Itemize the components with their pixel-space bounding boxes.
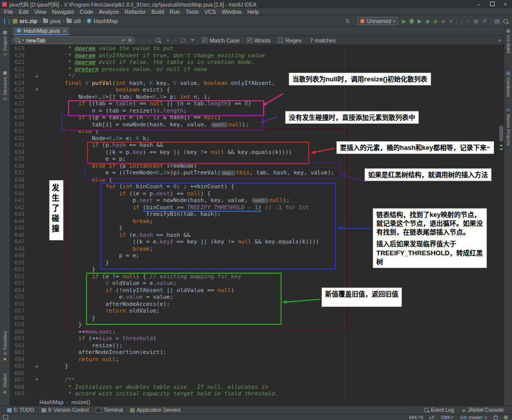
scrollbar-thumb[interactable] xyxy=(499,125,503,142)
menu-view[interactable]: View xyxy=(34,9,47,15)
checkbox-icon xyxy=(278,37,283,43)
toolwindow-button-9-version-control[interactable]: 9: Version Control xyxy=(41,407,89,413)
highlighting-level-icon[interactable] xyxy=(504,415,508,419)
add-selection-icon[interactable]: + xyxy=(166,37,169,43)
stripe-jrebel[interactable]: JRebel◈ xyxy=(0,373,10,394)
run-configuration-select[interactable]: Unnamed ▾ xyxy=(357,17,398,25)
toolwindow-button-event-log[interactable]: Event Log xyxy=(424,407,454,413)
menu-file[interactable]: File xyxy=(4,9,13,15)
breadcrumb-method[interactable]: resize() xyxy=(71,399,90,405)
menu-code[interactable]: Code xyxy=(80,9,93,15)
search-history-caret-icon[interactable]: ▾ xyxy=(22,38,24,42)
vcs-update-button[interactable]: ↓ xyxy=(460,18,463,24)
coverage-button[interactable]: ▶ xyxy=(417,18,421,24)
menu-analyze[interactable]: Analyze xyxy=(99,9,119,15)
menu-vcs[interactable]: VCS xyxy=(204,9,216,15)
stripe-structure[interactable]: ▣2: Structure xyxy=(0,70,10,101)
toolwindow-button-jrebel-console[interactable]: ◈JRebel Console xyxy=(462,407,504,413)
breadcrumb-item-java[interactable]: java xyxy=(43,18,60,24)
clear-search-icon[interactable]: ⊗ xyxy=(128,37,132,43)
line-number: 662 xyxy=(11,342,25,349)
code-line: 656 afterNodeAccess(e); xyxy=(10,301,504,308)
next-occurrence-button[interactable]: ↓ xyxy=(148,37,151,43)
rollback-button[interactable]: ↺ xyxy=(482,18,486,24)
toolwindow-button-6-todo[interactable]: 6: TODO xyxy=(7,407,34,413)
tab-hashmap-java[interactable]: C HashMap.java × xyxy=(13,27,69,35)
tool-icon xyxy=(7,408,12,412)
code-text: * accord with initial capacity target he… xyxy=(51,390,279,397)
jrebel-run-icon[interactable]: ◈ xyxy=(425,18,430,24)
jrebel-debug-icon[interactable]: ◈ xyxy=(433,18,437,24)
readonly-lock-icon[interactable] xyxy=(494,416,498,420)
option-match-case[interactable]: ✓Match Case xyxy=(202,37,240,43)
file-encoding[interactable]: GBK⇕ xyxy=(441,415,454,420)
code-text: * @param evict if false, the table is in… xyxy=(51,59,254,66)
vcs-commit-button[interactable]: ↑ xyxy=(466,18,470,24)
run-button[interactable]: ▶ xyxy=(402,18,406,24)
breadcrumb-class[interactable]: HashMap xyxy=(39,399,63,405)
note-no-collision: 没有发生碰撞时，直接添加元素到散列表中 xyxy=(285,111,419,124)
navigation-bar: src.zip›java›util›CHashMap ⇅ Unnamed ▾ ▶… xyxy=(0,16,512,27)
tool-icon: ◈ xyxy=(3,389,7,394)
tool-icon: ▤ xyxy=(506,71,510,76)
search-everywhere-icon[interactable] xyxy=(503,19,508,24)
tab-close-icon[interactable]: × xyxy=(63,28,66,34)
menu-refactor[interactable]: Refactor xyxy=(124,9,146,15)
toolwindow-button-application-servers[interactable]: Application Servers xyxy=(130,407,181,413)
find-all-icon[interactable] xyxy=(156,38,160,42)
error-stripe-mark xyxy=(500,145,503,146)
minimize-button[interactable]: – xyxy=(472,2,485,7)
structure-view-icon[interactable]: ▤ xyxy=(495,18,500,24)
stripe-label: Maven Projects xyxy=(506,114,511,146)
stop-button[interactable]: ■ xyxy=(449,18,453,24)
fold-marker-icon[interactable] xyxy=(35,365,38,367)
line-number: 660 xyxy=(11,328,25,336)
code-line: 663 afterNodeInsertion(evict); xyxy=(10,349,504,356)
breadcrumb-item-hashmap[interactable]: CHashMap xyxy=(87,18,118,24)
previous-occurrence-button[interactable]: ↑ xyxy=(141,37,144,43)
breadcrumb-item-src.zip[interactable]: src.zip xyxy=(13,18,37,24)
menu-run[interactable]: Run xyxy=(169,9,180,15)
fold-marker-icon[interactable] xyxy=(35,379,38,381)
line-separator[interactable]: LF xyxy=(430,415,435,420)
stripe-project[interactable]: ▦1: Project xyxy=(0,30,10,56)
archive-icon xyxy=(13,19,17,24)
vcs-history-icon[interactable]: ▣ xyxy=(473,18,478,24)
stripe-maven[interactable]: mMaven Projects xyxy=(504,107,512,146)
line-number: 642 xyxy=(11,204,25,211)
option-regex[interactable]: Regex xyxy=(278,37,302,43)
maximize-button[interactable] xyxy=(485,2,499,7)
option-words[interactable]: ✓Words xyxy=(247,37,271,43)
code-text: Node<K,V> e; K k; xyxy=(51,135,150,142)
menu-tools[interactable]: Tools xyxy=(185,9,199,15)
select-all-occurrences-icon[interactable]: ▢ xyxy=(181,37,185,43)
code-line: 621 * @param evict if false, the table i… xyxy=(10,59,504,66)
debug-button[interactable] xyxy=(410,19,414,24)
fold-marker-icon[interactable] xyxy=(35,89,38,91)
menu-window[interactable]: Window xyxy=(222,9,242,15)
toolwindow-button-terminal[interactable]: Terminal xyxy=(96,407,123,413)
code-text: final V putVal(int hash, K key, V value,… xyxy=(51,80,275,87)
search-input[interactable]: ▾ newTab ↵ ⊗ xyxy=(12,36,135,44)
menu-edit[interactable]: Edit xyxy=(19,9,29,15)
stripe-database[interactable]: ▤Database xyxy=(504,71,512,97)
option-label: Match Case xyxy=(209,37,240,43)
sync-icon[interactable]: ⇅ xyxy=(345,18,350,24)
remove-selection-icon[interactable]: − xyxy=(174,37,177,43)
git-branch[interactable]: Git: master ⇕ xyxy=(460,415,487,420)
close-button[interactable]: × xyxy=(499,2,512,7)
stripe-favorites[interactable]: 3: Favorites★ xyxy=(0,331,10,362)
menu-help[interactable]: Help xyxy=(247,9,259,15)
menu-build[interactable]: Build xyxy=(152,9,164,15)
menu-navigate[interactable]: Navigate xyxy=(52,9,74,15)
breadcrumb-item-util[interactable]: util xyxy=(67,18,81,24)
caret-position[interactable]: 694:76 xyxy=(409,415,423,420)
fold-marker-icon[interactable] xyxy=(35,75,38,77)
stripe-ant[interactable]: ▣Ant Build xyxy=(504,28,512,53)
line-number: 659 xyxy=(11,321,25,328)
filter-icon[interactable] xyxy=(190,39,195,41)
close-find-bar-icon[interactable]: × xyxy=(498,37,501,43)
profiler-icon[interactable]: ◈ xyxy=(441,18,445,24)
note-treenode: 如果是红黑树结构，就调用树的插入方法 xyxy=(365,168,492,181)
toggle-tool-buttons-icon[interactable] xyxy=(3,415,8,419)
